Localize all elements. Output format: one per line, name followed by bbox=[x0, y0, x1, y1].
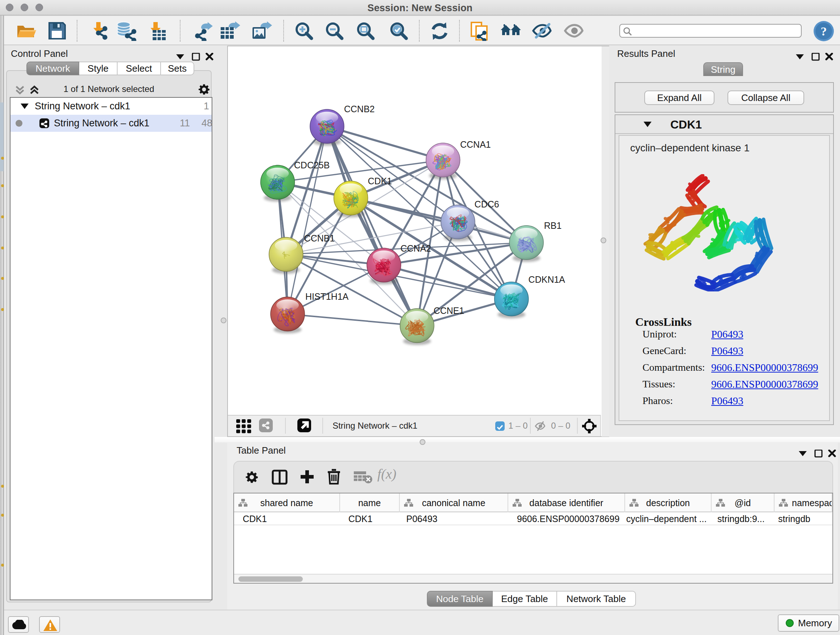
svg-text:CCNE1: CCNE1 bbox=[433, 306, 464, 316]
svg-text:CDK1: CDK1 bbox=[368, 176, 392, 186]
svg-text:RB1: RB1 bbox=[544, 220, 562, 231]
svg-text:HIST1H1A: HIST1H1A bbox=[305, 291, 349, 302]
svg-text:CDC6: CDC6 bbox=[475, 199, 499, 209]
svg-text:?: ? bbox=[821, 25, 827, 38]
svg-text:CCNB1: CCNB1 bbox=[304, 233, 335, 243]
svg-text:CCNA2: CCNA2 bbox=[401, 243, 431, 253]
svg-text:CCNA1: CCNA1 bbox=[460, 139, 491, 149]
svg-text:CCNB2: CCNB2 bbox=[344, 104, 375, 114]
svg-text:CDC25B: CDC25B bbox=[294, 160, 330, 170]
svg-text:CDKN1A: CDKN1A bbox=[529, 274, 565, 285]
